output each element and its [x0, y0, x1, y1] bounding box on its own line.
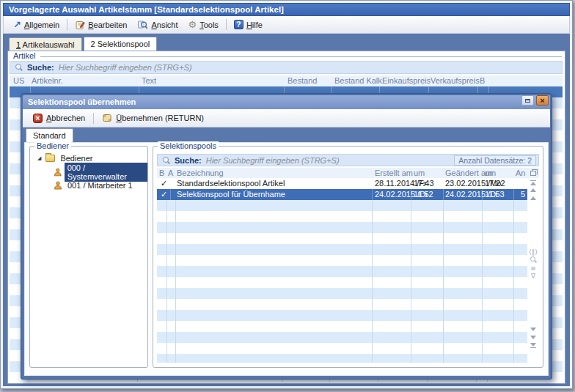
column-header-bestand[interactable]: Bestand — [288, 76, 317, 86]
cell-bezeichnung: Standardselektionspool Artikel — [177, 179, 285, 188]
user-icon — [54, 181, 62, 190]
folder-icon — [45, 155, 55, 162]
cancel-x-icon: × — [33, 114, 43, 123]
dialog-selektionspool-uebernehmen: Selektionspool übernehmen × × Abbrechen — [21, 93, 552, 380]
menu-separator — [226, 19, 227, 30]
menu-label-hilfe: Hilfe — [246, 21, 263, 29]
column-header-b[interactable]: B — [159, 169, 164, 178]
cell-um-2: 17:22 — [485, 179, 505, 188]
scroll-up-page-button[interactable] — [529, 186, 538, 194]
pools-search-bar[interactable]: Suche: Hier Suchbegriff eingeben (STRG+S… — [157, 154, 539, 166]
dialog-titlebar: Selektionspool übernehmen — [23, 95, 550, 109]
column-header-a[interactable]: A — [168, 169, 173, 178]
column-header-an[interactable]: An — [516, 169, 525, 178]
filter-icon[interactable]: ∇ — [529, 272, 538, 280]
abbrechen-label: Abbrechen — [46, 114, 85, 122]
search-label: Suche: — [27, 63, 54, 72]
menu-label-allgemein: Allgemein — [24, 21, 59, 29]
best-fit-icon[interactable]: (∥) — [529, 248, 538, 256]
cell-an: 5 — [521, 190, 525, 199]
column-line — [513, 200, 514, 363]
menubar: ↗ Allgemein Bearbeiten Ansic — [3, 16, 570, 34]
scroll-to-top-button[interactable] — [529, 178, 538, 186]
close-button[interactable]: × — [536, 95, 549, 106]
uebernehmen-label: Übernehmen (RETURN) — [116, 114, 204, 122]
window-titlebar: Vorgelagerte Auswahl Artikelstamm [Stand… — [3, 3, 570, 16]
tree-item-mitarbeiter1[interactable]: 001 / Mitarbeiter 1 — [54, 180, 133, 191]
search-icon — [163, 157, 170, 164]
group-label-artikel: Artikel — [11, 51, 38, 60]
sum-icon[interactable]: ≡ — [529, 264, 538, 272]
pools-row-standardselektionspool[interactable]: ✓ Standardselektionspool Artikel 28.11.2… — [157, 178, 527, 189]
column-header-artikelnr[interactable]: Artikelnr. — [32, 76, 63, 86]
tab-label: Standard — [33, 131, 66, 140]
column-header-erstellt-am[interactable]: Erstellt am — [375, 169, 413, 178]
tab-selektionspool[interactable]: 2 Selektionspool — [84, 37, 158, 51]
column-header-verkaufspreis[interactable]: Verkaufspreis — [431, 76, 480, 86]
tab-label: 1 Artikelauswahl — [16, 40, 75, 49]
column-header-us[interactable]: US — [13, 76, 24, 86]
user-icon — [54, 168, 62, 177]
abbrechen-button[interactable]: × Abbrechen — [27, 112, 91, 125]
column-separator — [482, 189, 483, 200]
column-separator — [170, 189, 171, 200]
arrow-up-right-icon: ↗ — [13, 20, 21, 29]
menu-label-tools: Tools — [199, 21, 219, 29]
pools-row-selektionspool-uebernahme[interactable]: ✓ Selektionspool für Übernhame 24.02.201… — [157, 189, 527, 200]
menu-item-ansicht[interactable]: Ansicht — [132, 18, 183, 32]
uebernehmen-button[interactable]: Übernehmen (RETURN) — [96, 111, 210, 125]
tab-standard[interactable]: Standard — [26, 128, 73, 142]
cell-bezeichnung: Selektionspool für Übernhame — [177, 190, 285, 199]
search-icon — [15, 64, 23, 71]
menu-item-bearbeiten[interactable]: Bearbeiten — [70, 18, 132, 32]
minimize-button[interactable] — [521, 95, 534, 106]
minimize-icon — [525, 99, 530, 103]
artikel-search-bar[interactable]: Suche: Hier Suchbegriff eingeben (STRG+S… — [10, 61, 563, 74]
group-label-selektionspools: Selektionspools — [158, 141, 219, 150]
column-header-bezeichnung[interactable]: Bezeichnung — [177, 169, 224, 178]
artikel-table-header: US Artikelnr. Text Bestand Bestand Kalk.… — [10, 75, 563, 86]
checkmark-icon: ✓ — [161, 179, 167, 188]
column-separator — [443, 189, 444, 200]
column-separator — [411, 189, 411, 200]
cell-um-2: 11:53 — [485, 190, 505, 199]
menu-item-tools[interactable]: ⚙ Tools — [183, 18, 224, 31]
column-line — [482, 200, 483, 363]
scroll-down-page-button[interactable] — [529, 333, 538, 341]
column-chooser-icon[interactable] — [530, 169, 538, 176]
scroll-icon — [102, 113, 112, 123]
tab-label: 2 Selektionspool — [91, 40, 150, 48]
window-title: Vorgelagerte Auswahl Artikelstamm [Stand… — [9, 5, 284, 14]
groupbox-selektionspools: Selektionspools Suche: Hier Suchbegriff … — [153, 146, 543, 368]
column-header-um-1[interactable]: um — [414, 169, 425, 178]
expander-icon[interactable]: ◢ — [37, 155, 41, 161]
column-header-einkaufspreis[interactable]: Einkaufspreis — [382, 76, 431, 86]
menu-item-hilfe[interactable]: ? Hilfe — [229, 18, 268, 31]
scroll-up-button[interactable] — [529, 194, 538, 202]
column-header-b[interactable]: B — [480, 76, 485, 86]
dialog-chrome: Standard Bediener ◢ Bediener — [23, 127, 550, 377]
group-line — [40, 56, 562, 57]
scroll-down-button[interactable] — [529, 325, 538, 333]
column-header-um-2[interactable]: um — [485, 169, 496, 178]
column-header-text[interactable]: Text — [142, 76, 156, 86]
dialog-tabpage: Bediener ◢ Bediener 000 / Systemverwal — [24, 142, 549, 376]
main-window: Vorgelagerte Auswahl Artikelstamm [Stand… — [0, 0, 573, 389]
menu-item-allgemein[interactable]: ↗ Allgemein — [8, 18, 65, 31]
scroll-to-bottom-button[interactable] — [529, 341, 538, 350]
column-line — [166, 200, 167, 363]
groupbox-bediener: Bediener ◢ Bediener 000 / Systemverwal — [29, 146, 148, 368]
menu-label-bearbeiten: Bearbeiten — [88, 21, 127, 29]
tab-artikelauswahl[interactable]: 1 Artikelauswahl — [9, 37, 82, 51]
search-placeholder: Hier Suchbegriff eingeben (STRG+S) — [206, 156, 340, 165]
column-header-bestand-kalk[interactable]: Bestand Kalk. — [334, 76, 384, 86]
zoom-icon[interactable] — [529, 256, 538, 264]
checkmark-icon: ✓ — [161, 190, 167, 199]
group-label-bediener: Bediener — [34, 141, 71, 150]
pools-table-header: B A Bezeichnung Erstellt am um Geändert … — [157, 168, 539, 178]
cell-um-1: 11:52 — [414, 190, 433, 199]
column-line — [411, 200, 411, 363]
column-separator — [372, 189, 373, 200]
tree-item-systemverwalter[interactable]: 000 / Systemverwalter — [54, 166, 147, 178]
dialog-title: Selektionspool übernehmen — [28, 97, 136, 106]
